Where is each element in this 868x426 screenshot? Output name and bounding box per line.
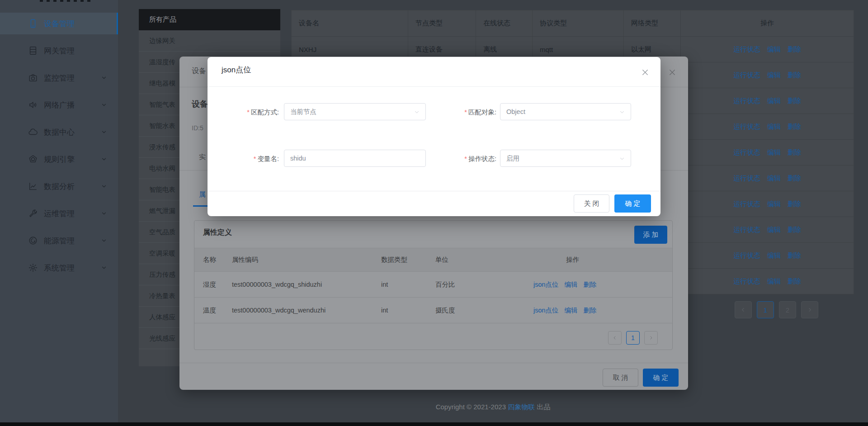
product-item-all[interactable]: 所有产品 <box>139 9 280 30</box>
edit-link[interactable]: 编辑 <box>767 174 781 183</box>
chevron-down-icon <box>619 109 625 115</box>
cell-actions: 运行状态 编辑 删除 <box>681 166 854 191</box>
cell-attr-datatype: int <box>381 272 435 297</box>
match-mode-value: 当前节点 <box>290 108 316 115</box>
run-status-link[interactable]: 运行状态 <box>733 71 760 80</box>
match-mode-select[interactable]: 当前节点 <box>284 103 426 120</box>
edit-link[interactable]: 编辑 <box>767 277 781 286</box>
delete-link[interactable]: 删除 <box>788 226 801 234</box>
edit-link[interactable]: 编辑 <box>767 71 781 80</box>
operation-status-select[interactable]: 启用 <box>500 150 631 167</box>
add-attribute-button[interactable]: 添 加 <box>634 226 667 244</box>
delete-link[interactable]: 删除 <box>788 174 801 183</box>
chevron-down-icon <box>101 129 107 135</box>
next-page-button[interactable] <box>801 301 818 318</box>
cancel-button[interactable]: 取 消 <box>603 369 638 387</box>
edit-link[interactable]: 编辑 <box>767 97 781 105</box>
page-2-button[interactable]: 2 <box>779 301 796 318</box>
run-status-link[interactable]: 运行状态 <box>733 97 760 105</box>
cell-attr-name: 温度 <box>203 298 232 323</box>
sidebar-item-label: 数据分析 <box>44 181 75 192</box>
edit-link[interactable]: 编辑 <box>767 251 781 260</box>
match-mode-label: *区配方式: <box>208 103 279 121</box>
sidebar-item-gateway-management[interactable]: 网关管理 <box>0 40 118 62</box>
chevron-right-icon <box>807 307 813 313</box>
sidebar-item-label: 规则引擎 <box>44 154 75 165</box>
prev-page-button[interactable] <box>735 301 752 318</box>
delete-link[interactable]: 删除 <box>788 277 801 286</box>
attribute-table-header: 名称 属性编码 数据类型 单位 操作 <box>194 248 672 272</box>
tab-attributes-clipped[interactable]: 属 <box>199 190 206 199</box>
delete-link[interactable]: 删除 <box>788 71 801 80</box>
product-list-item[interactable]: 边缘网关 <box>139 30 280 52</box>
run-status-link[interactable]: 运行状态 <box>733 251 760 260</box>
sidebar-item-network-broadcast[interactable]: 网络广播 <box>0 94 118 116</box>
edit-link[interactable]: 编辑 <box>565 280 578 289</box>
sidebar-menu: 设备管理 网关管理 监控管理 网络广播 <box>0 13 118 284</box>
next-page-button[interactable] <box>644 331 658 345</box>
chevron-down-icon <box>414 109 420 115</box>
run-status-link[interactable]: 运行状态 <box>733 277 760 286</box>
sidebar-item-system-management[interactable]: 系统管理 <box>0 257 118 279</box>
required-asterisk: * <box>247 109 250 116</box>
rule-engine-icon <box>28 154 38 164</box>
run-status-link[interactable]: 运行状态 <box>733 123 760 131</box>
sidebar-item-monitor-management[interactable]: 监控管理 <box>0 67 118 89</box>
edit-link[interactable]: 编辑 <box>767 45 781 54</box>
sidebar-item-label: 设备管理 <box>44 19 75 29</box>
sidebar-item-energy-management[interactable]: 能源管理 <box>0 230 118 251</box>
sidebar-item-rule-engine[interactable]: 规则引擎 <box>0 148 118 170</box>
delete-link[interactable]: 删除 <box>788 148 801 157</box>
close-button[interactable]: 关 闭 <box>574 194 609 213</box>
json-point-link[interactable]: json点位 <box>533 280 559 289</box>
sidebar-item-ops-management[interactable]: 运维管理 <box>0 203 118 224</box>
operation-status-label: *操作状态: <box>424 150 496 168</box>
delete-link[interactable]: 删除 <box>788 45 801 54</box>
delete-link[interactable]: 删除 <box>584 306 597 315</box>
confirm-button[interactable]: 确 定 <box>643 369 679 387</box>
delete-link[interactable]: 删除 <box>788 200 801 208</box>
device-table-header: 设备名 节点类型 在线状态 协议类型 网络类型 操作 <box>292 10 854 37</box>
run-status-link[interactable]: 运行状态 <box>733 200 760 208</box>
page-1-button[interactable]: 1 <box>626 331 640 345</box>
delete-link[interactable]: 删除 <box>584 280 597 289</box>
variable-name-input[interactable]: shidu <box>284 150 426 167</box>
cell-actions: 运行状态 编辑 删除 <box>681 62 854 88</box>
cell-attr-code: test00000003_wdcgq_shiduzhi <box>232 272 381 297</box>
required-asterisk: * <box>464 155 467 162</box>
column-header-unit: 单位 <box>435 248 533 271</box>
tab-realtime-clipped[interactable]: 实 <box>199 153 206 161</box>
confirm-button[interactable]: 确 定 <box>614 194 651 213</box>
run-status-link[interactable]: 运行状态 <box>733 174 760 183</box>
run-status-link[interactable]: 运行状态 <box>733 45 760 54</box>
sidebar-item-device-management[interactable]: 设备管理 <box>0 13 118 34</box>
chevron-down-icon <box>101 183 107 189</box>
json-point-link[interactable]: json点位 <box>533 306 559 315</box>
close-icon[interactable] <box>641 68 649 76</box>
sidebar-item-data-analysis[interactable]: 数据分析 <box>0 175 118 197</box>
page-1-button[interactable]: 1 <box>757 301 774 318</box>
modal-title-clipped: 设备 <box>192 66 206 76</box>
run-status-link[interactable]: 运行状态 <box>733 226 760 234</box>
copyright-suffix: 出品 <box>537 403 550 411</box>
app-screen: 设备管理 网关管理 监控管理 网络广播 <box>0 0 868 426</box>
edit-link[interactable]: 编辑 <box>565 306 578 315</box>
edit-link[interactable]: 编辑 <box>767 148 781 157</box>
edit-link[interactable]: 编辑 <box>767 123 781 131</box>
edit-link[interactable]: 编辑 <box>767 226 781 234</box>
close-icon[interactable] <box>668 68 676 76</box>
match-object-select[interactable]: Object <box>500 103 631 120</box>
delete-link[interactable]: 删除 <box>788 97 801 105</box>
operation-status-value: 启用 <box>506 155 519 162</box>
delete-link[interactable]: 删除 <box>788 123 801 131</box>
sidebar-item-data-center[interactable]: 数据中心 <box>0 121 118 143</box>
brand-link[interactable]: 四象物联 <box>508 403 535 411</box>
sidebar-item-label: 网关管理 <box>44 46 75 56</box>
variable-name-label: *变量名: <box>208 150 279 168</box>
delete-link[interactable]: 删除 <box>788 251 801 260</box>
edit-link[interactable]: 编辑 <box>767 200 781 208</box>
column-header-device-name: 设备名 <box>292 10 408 37</box>
prev-page-button[interactable] <box>608 331 622 345</box>
run-status-link[interactable]: 运行状态 <box>733 148 760 157</box>
chevron-left-icon <box>740 307 746 313</box>
